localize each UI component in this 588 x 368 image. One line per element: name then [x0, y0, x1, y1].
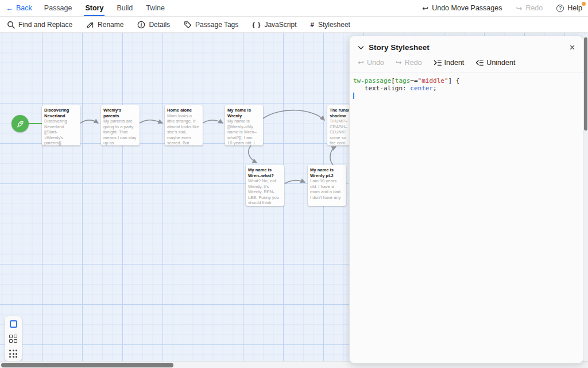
editor-undo-button[interactable]: ↩ Undo [358, 58, 384, 67]
info-icon [137, 21, 145, 29]
redo-label: Redo [525, 4, 543, 12]
passage-excerpt: Discovering Neverland [[Start- >Wrenly's… [44, 118, 78, 145]
javascript-label: JavaScript [264, 21, 296, 29]
undo-move-passages-label: Undo Move Passages [432, 4, 502, 12]
passage-tags-label: Passage Tags [195, 21, 238, 29]
details-button[interactable]: Details [137, 21, 170, 29]
passage-title: My name is Wren–what? [248, 167, 282, 178]
redo-icon: ↪ [516, 4, 522, 13]
tab-build[interactable]: Build [115, 0, 134, 16]
stylesheet-code-editor[interactable]: tw-passage[tags~="middle"] { text-align:… [350, 72, 583, 363]
passage-card-my-name-is-wren-what[interactable]: My name is Wren–what? What? No, not Wend… [246, 165, 284, 206]
rename-label: Rename [98, 21, 123, 29]
back-button[interactable]: ← Back [6, 0, 32, 16]
pencil-icon [86, 21, 94, 29]
hash-icon: # [310, 21, 314, 28]
passage-title: Home alone [167, 108, 200, 113]
search-icon [7, 21, 15, 29]
dialog-header: Story Stylesheet × [350, 36, 583, 56]
top-menubar: ← Back Passage Story Build Twine ↩ Undo … [0, 0, 588, 17]
code-line-2: text-align: center; [353, 85, 579, 93]
passage-title: My name is Wrenly [227, 108, 261, 118]
find-and-replace-label: Find and Replace [18, 21, 72, 29]
undo-move-passages-button[interactable]: ↩ Undo Move Passages [422, 4, 502, 13]
braces-icon: { } [252, 21, 261, 28]
back-arrow-icon: ← [6, 4, 13, 13]
zoom-level-small-button[interactable] [5, 346, 22, 361]
zoom-level-full-button[interactable] [5, 316, 22, 331]
passage-excerpt: I am 10 years old. I have a mom and a da… [310, 178, 344, 200]
passage-excerpt: My name is [[Wrenly->My name is Wren– wh… [227, 118, 261, 145]
help-icon: ? [556, 5, 564, 12]
indent-label: Indent [444, 59, 465, 67]
zoom-controls [5, 316, 22, 361]
help-label: Help [567, 4, 582, 12]
unindent-icon [475, 59, 483, 66]
details-label: Details [149, 21, 170, 29]
passage-tags-button[interactable]: Passage Tags [184, 21, 238, 29]
zoom-medium-icon [9, 335, 17, 343]
rename-button[interactable]: Rename [86, 21, 123, 29]
editor-redo-label: Redo [405, 59, 422, 67]
story-map-canvas[interactable]: Discovering Neverland Discovering Neverl… [0, 33, 588, 368]
notification-dot [582, 2, 586, 6]
passage-card-home-alone[interactable]: Home alone Mom looks a little strange. I… [165, 105, 203, 145]
story-stylesheet-dialog: Story Stylesheet × ↩ Undo ↪ Redo Indent [349, 36, 583, 363]
passage-excerpt: Mom looks a little strange. It almost lo… [167, 113, 200, 146]
help-button[interactable]: ? Help [556, 4, 582, 12]
zoom-small-icon [9, 350, 17, 358]
find-and-replace-button[interactable]: Find and Replace [7, 21, 72, 29]
tab-passage[interactable]: Passage [43, 0, 74, 16]
unindent-button[interactable]: Unindent [475, 59, 515, 67]
passage-excerpt: What? No, not Wendy, it's Wrenly. REN-LE… [248, 178, 282, 206]
redo-icon: ↪ [396, 58, 402, 67]
stylesheet-label: Stylesheet [318, 21, 350, 29]
indent-icon [434, 59, 442, 66]
passage-title: My name is Wrenly pt.2 [310, 167, 344, 178]
passage-title: Wrenly's parents [103, 108, 137, 118]
back-label: Back [16, 4, 32, 12]
redo-button[interactable]: ↪ Redo [516, 4, 543, 13]
dialog-title: Story Stylesheet [369, 43, 430, 52]
editor-undo-label: Undo [367, 59, 384, 67]
editor-toolbar: ↩ Undo ↪ Redo Indent Unindent [350, 56, 583, 72]
undo-icon: ↩ [358, 58, 364, 67]
stylesheet-button[interactable]: # Stylesheet [310, 21, 350, 29]
passage-excerpt: My parents are going to a party tonight.… [103, 118, 137, 145]
undo-icon: ↩ [422, 4, 428, 13]
tab-story[interactable]: Story [84, 0, 105, 16]
passage-card-my-name-is-wrenly[interactable]: My name is Wrenly My name is [[Wrenly->M… [225, 105, 263, 145]
rocket-icon [16, 119, 25, 129]
passage-card-wrenlys-parents[interactable]: Wrenly's parents My parents are going to… [101, 105, 140, 145]
zoom-full-icon [10, 320, 17, 328]
vertical-scrollbar-thumb[interactable] [584, 37, 587, 131]
passage-card-discovering-neverland[interactable]: Discovering Neverland Discovering Neverl… [42, 105, 80, 145]
tag-icon [184, 21, 192, 29]
javascript-button[interactable]: { } JavaScript [252, 21, 296, 29]
unindent-label: Unindent [486, 59, 515, 67]
zoom-level-medium-button[interactable] [5, 331, 22, 346]
tab-twine[interactable]: Twine [145, 0, 166, 16]
editor-redo-button[interactable]: ↪ Redo [396, 58, 422, 67]
code-line-3 [353, 92, 579, 99]
vertical-scrollbar-track [583, 35, 588, 361]
text-cursor [353, 93, 354, 99]
close-icon[interactable]: × [570, 44, 575, 52]
chevron-down-icon[interactable] [358, 45, 364, 50]
indent-button[interactable]: Indent [434, 59, 465, 67]
horizontal-scrollbar-thumb[interactable] [1, 363, 173, 367]
start-passage-indicator [11, 115, 29, 132]
story-toolbar: Find and Replace Rename Details Passage … [0, 17, 588, 33]
passage-title: Discovering Neverland [44, 108, 78, 118]
passage-card-my-name-is-wrenly-pt2[interactable]: My name is Wrenly pt.2 I am 10 years old… [308, 165, 346, 206]
